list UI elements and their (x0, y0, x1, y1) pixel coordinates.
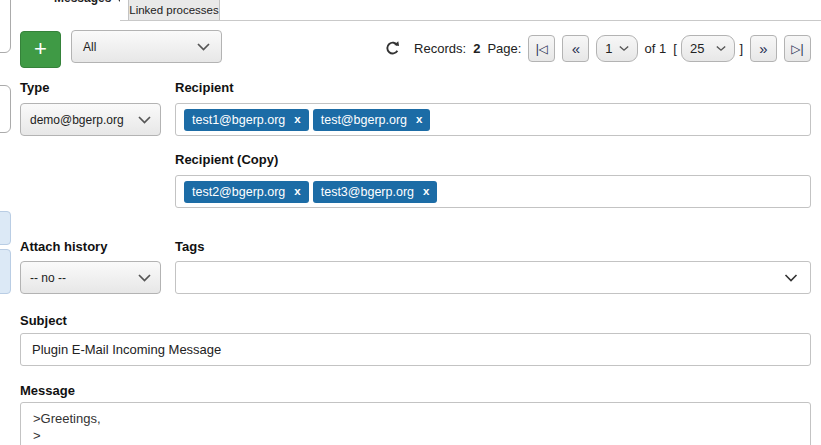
chevron-down-icon (138, 116, 151, 124)
next-page-button[interactable]: » (750, 35, 777, 62)
subject-input[interactable] (20, 333, 811, 366)
page-size-value: 25 (690, 41, 704, 56)
tabbar-divider (120, 20, 821, 21)
recipient-copy-chip-text: test3@bgerp.org (321, 185, 414, 199)
tags-input[interactable] (175, 261, 811, 294)
tab-messages[interactable]: Messages (52, 0, 120, 21)
page-label: Page: (487, 41, 521, 56)
chevron-down-icon (716, 45, 726, 52)
message-editor-page: Messages Linked processes + All Records: (0, 0, 821, 445)
page-size-select[interactable]: 25 (681, 35, 735, 62)
bracket-close: ] (739, 41, 743, 56)
recipient-chip: test@bgerp.org x (313, 109, 431, 131)
chevron-down-icon (619, 45, 629, 52)
chip-remove-icon[interactable]: x (294, 186, 300, 198)
refresh-icon[interactable] (384, 40, 401, 57)
recipient-copy-chip-text: test2@bgerp.org (192, 185, 285, 199)
type-value: demo@bgerp.org (30, 113, 124, 127)
recipient-chip: test1@bgerp.org x (184, 109, 309, 131)
first-page-button[interactable]: |◁ (528, 35, 555, 62)
bracket-open: [ (673, 41, 677, 56)
recipient-label: Recipient (175, 80, 234, 95)
records-label: Records: (414, 41, 466, 56)
page-of-label: of 1 (645, 41, 667, 56)
recipient-copy-chip: test3@bgerp.org x (313, 181, 438, 203)
recipient-chip-text: test@bgerp.org (321, 113, 407, 127)
pagination-bar: Records: 2 Page: |◁ « 1 of 1 [ 25 ] » ▷| (384, 35, 811, 62)
attach-history-select[interactable]: -- no -- (20, 261, 161, 294)
type-label: Type (20, 80, 49, 95)
chip-remove-icon[interactable]: x (294, 114, 300, 126)
message-label: Message (20, 383, 75, 398)
attach-history-label: Attach history (20, 239, 107, 254)
chip-remove-icon[interactable]: x (416, 114, 422, 126)
recipient-chip-text: test1@bgerp.org (192, 113, 285, 127)
clipped-panel-edge (0, 85, 11, 133)
type-select[interactable]: demo@bgerp.org (20, 103, 161, 136)
last-page-button[interactable]: ▷| (784, 35, 811, 62)
recipient-copy-chip: test2@bgerp.org x (184, 181, 309, 203)
recipient-field[interactable]: test1@bgerp.org x test@bgerp.org x (175, 103, 811, 136)
records-count: 2 (473, 41, 480, 56)
message-filter-select[interactable]: All (71, 30, 222, 63)
tab-linked-processes[interactable]: Linked processes (128, 0, 220, 20)
message-filter-value: All (83, 40, 96, 54)
page-number-select[interactable]: 1 (596, 35, 637, 62)
subject-label: Subject (20, 313, 67, 328)
message-textarea[interactable]: >Greetings, > (20, 402, 811, 445)
page-number-value: 1 (605, 41, 612, 56)
tab-linked-processes-label: Linked processes (129, 4, 219, 16)
prev-page-button[interactable]: « (562, 35, 589, 62)
chip-remove-icon[interactable]: x (423, 186, 429, 198)
chevron-down-icon (784, 274, 798, 282)
clipped-panel-edge (0, 0, 11, 53)
attach-history-value: -- no -- (30, 271, 66, 285)
chevron-down-icon (138, 274, 151, 282)
chevron-down-icon (197, 43, 210, 51)
recipient-copy-label: Recipient (Copy) (175, 152, 278, 167)
refresh-icon[interactable] (116, 0, 120, 5)
clipped-row-highlight (0, 211, 11, 245)
add-message-button[interactable]: + (20, 31, 61, 68)
clipped-row-highlight (0, 249, 11, 294)
recipient-copy-field[interactable]: test2@bgerp.org x test3@bgerp.org x (175, 175, 811, 208)
tags-label: Tags (175, 239, 204, 254)
tab-messages-label: Messages (54, 0, 111, 5)
